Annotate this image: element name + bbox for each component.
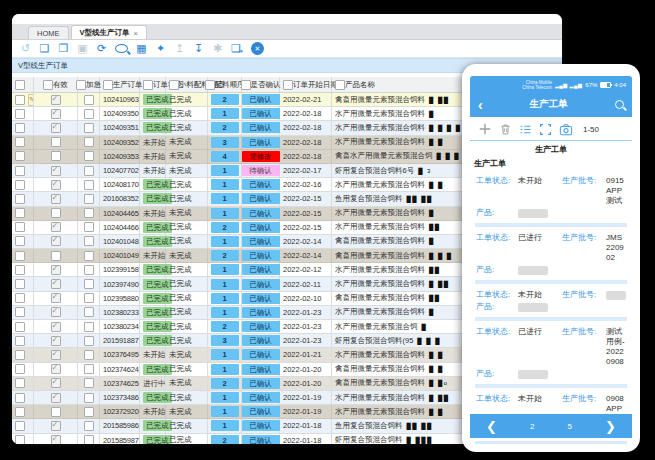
col-select[interactable]: [12, 77, 34, 92]
select-all-checkbox[interactable]: [205, 80, 215, 90]
col-valid[interactable]: 有效: [34, 77, 78, 92]
valid-checkbox[interactable]: [51, 95, 61, 105]
urgent-checkbox[interactable]: [84, 307, 94, 317]
col-date[interactable]: 订单开始日期: [280, 77, 332, 92]
valid-checkbox[interactable]: [51, 251, 61, 261]
urgent-checkbox[interactable]: [84, 222, 94, 232]
row-select-checkbox[interactable]: [15, 251, 25, 261]
urgent-checkbox[interactable]: [84, 279, 94, 289]
urgent-checkbox[interactable]: [84, 350, 94, 360]
valid-checkbox[interactable]: [51, 123, 61, 133]
valid-checkbox[interactable]: [51, 208, 61, 218]
row-select-checkbox[interactable]: [15, 293, 25, 303]
camera-icon[interactable]: [559, 123, 573, 136]
select-all-checkbox[interactable]: [335, 80, 345, 90]
copy-icon[interactable]: ❐: [58, 42, 69, 55]
row-select-checkbox[interactable]: [15, 236, 25, 246]
urgent-checkbox[interactable]: [84, 166, 94, 176]
table-icon[interactable]: ▦: [136, 42, 147, 55]
row-select-checkbox[interactable]: [15, 137, 25, 147]
select-all-checkbox[interactable]: [143, 80, 153, 90]
urgent-checkbox[interactable]: [84, 421, 94, 431]
select-all-checkbox[interactable]: [103, 80, 113, 90]
tab-production-orders[interactable]: V型线生产订单 ×: [71, 25, 147, 39]
urgent-checkbox[interactable]: [84, 378, 94, 388]
col-status[interactable]: 订单状态: [140, 77, 166, 92]
valid-checkbox[interactable]: [51, 322, 61, 332]
row-select-checkbox[interactable]: [15, 322, 25, 332]
row-select-checkbox[interactable]: [15, 393, 25, 403]
row-select-checkbox[interactable]: [15, 95, 25, 105]
undo-icon[interactable]: ↺: [20, 42, 31, 55]
col-material[interactable]: 小料配料状态: [166, 77, 208, 92]
valid-checkbox[interactable]: [51, 180, 61, 190]
search-icon[interactable]: [115, 44, 128, 53]
new-icon[interactable]: ❏: [39, 42, 50, 55]
save-icon[interactable]: ▣: [77, 42, 88, 55]
valid-checkbox[interactable]: [51, 109, 61, 119]
row-select-checkbox[interactable]: [15, 151, 25, 161]
select-all-checkbox[interactable]: [43, 80, 53, 90]
col-order[interactable]: 生产订单: [100, 77, 140, 92]
valid-checkbox[interactable]: [51, 236, 61, 246]
row-select-checkbox[interactable]: [15, 180, 25, 190]
select-all-checkbox[interactable]: [15, 80, 25, 90]
row-select-checkbox[interactable]: [15, 350, 25, 360]
next-page-icon[interactable]: ❯: [605, 419, 616, 434]
work-order-item[interactable]: 工单状态: 未开始 生产批号: 产品:: [475, 284, 627, 321]
urgent-checkbox[interactable]: [84, 265, 94, 275]
urgent-checkbox[interactable]: [84, 95, 94, 105]
valid-checkbox[interactable]: [51, 265, 61, 275]
prev-page-icon[interactable]: ❮: [486, 419, 497, 434]
close-icon[interactable]: [251, 42, 264, 55]
urgent-checkbox[interactable]: [84, 236, 94, 246]
row-select-checkbox[interactable]: [15, 307, 25, 317]
urgent-checkbox[interactable]: [84, 336, 94, 346]
row-select-checkbox[interactable]: [15, 336, 25, 346]
valid-checkbox[interactable]: [51, 293, 61, 303]
row-select-checkbox[interactable]: [15, 378, 25, 388]
urgent-checkbox[interactable]: [84, 364, 94, 374]
valid-checkbox[interactable]: [51, 307, 61, 317]
row-select-checkbox[interactable]: [15, 364, 25, 374]
col-urgent[interactable]: 加急: [78, 77, 100, 92]
valid-checkbox[interactable]: [51, 378, 61, 388]
valid-checkbox[interactable]: [51, 336, 61, 346]
urgent-checkbox[interactable]: [84, 180, 94, 190]
urgent-checkbox[interactable]: [84, 293, 94, 303]
valid-checkbox[interactable]: [51, 364, 61, 374]
urgent-checkbox[interactable]: [84, 251, 94, 261]
valid-checkbox[interactable]: [51, 350, 61, 360]
valid-checkbox[interactable]: [51, 279, 61, 289]
select-all-checkbox[interactable]: [169, 80, 179, 90]
row-select-checkbox[interactable]: [15, 166, 25, 176]
valid-checkbox[interactable]: [51, 435, 61, 444]
urgent-checkbox[interactable]: [84, 208, 94, 218]
upload-icon[interactable]: ↥: [174, 42, 185, 55]
valid-checkbox[interactable]: [51, 421, 61, 431]
delete-icon[interactable]: [499, 123, 512, 136]
row-select-checkbox[interactable]: [15, 279, 25, 289]
wand-icon[interactable]: ✦: [155, 42, 166, 55]
select-all-checkbox[interactable]: [283, 80, 293, 90]
urgent-checkbox[interactable]: [84, 123, 94, 133]
current-page[interactable]: 2: [530, 422, 534, 431]
row-select-checkbox[interactable]: [15, 407, 25, 417]
col-seq[interactable]: 配料顺序: [208, 77, 242, 92]
row-select-checkbox[interactable]: [15, 208, 25, 218]
urgent-checkbox[interactable]: [84, 435, 94, 444]
row-select-checkbox[interactable]: [15, 435, 25, 444]
valid-checkbox[interactable]: [51, 137, 61, 147]
valid-checkbox[interactable]: [51, 194, 61, 204]
tab-close-icon[interactable]: ×: [134, 29, 138, 38]
refresh-icon[interactable]: ⟳: [96, 42, 107, 55]
urgent-checkbox[interactable]: [84, 393, 94, 403]
select-all-checkbox[interactable]: [76, 80, 86, 90]
urgent-checkbox[interactable]: [84, 151, 94, 161]
urgent-checkbox[interactable]: [84, 137, 94, 147]
settings-icon[interactable]: ✱: [212, 42, 223, 55]
work-order-item[interactable]: 工单状态: 已进行 生产批号: 测试用例-20220908 产品:: [475, 321, 627, 388]
valid-checkbox[interactable]: [51, 393, 61, 403]
valid-checkbox[interactable]: [51, 166, 61, 176]
row-select-checkbox[interactable]: [15, 421, 25, 431]
